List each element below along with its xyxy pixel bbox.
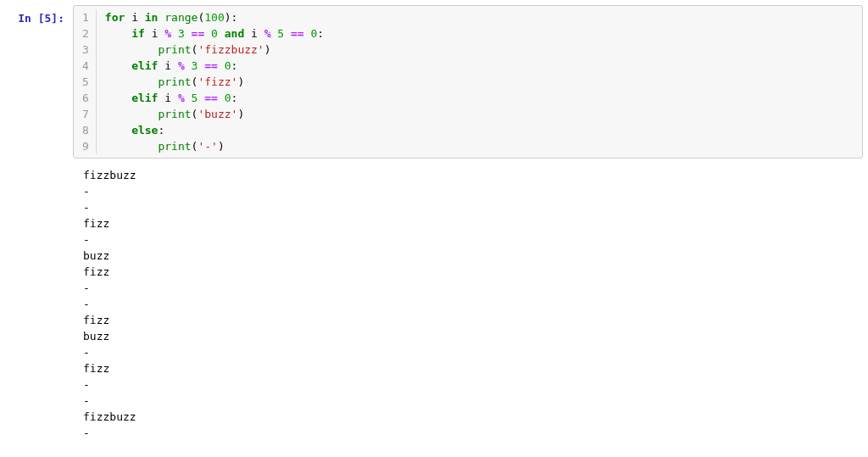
code-token: == [291, 27, 310, 40]
code-token: print [158, 108, 191, 120]
line-number: 4 [82, 58, 89, 74]
code-token: 'fizz' [198, 75, 237, 88]
code-line[interactable]: for i in range(100): [105, 9, 862, 25]
code-token: 5 [192, 92, 205, 104]
code-token: elif [131, 92, 164, 104]
code-token: i [164, 92, 178, 104]
line-number: 5 [82, 74, 89, 90]
code-token: and [225, 27, 251, 40]
code-token: 0 [225, 92, 231, 104]
code-line[interactable]: print('fizz') [105, 74, 862, 90]
code-token: == [204, 59, 224, 72]
code-token [105, 108, 159, 120]
code-token: % [178, 59, 192, 72]
output-prompt-spacer [5, 162, 78, 441]
code-token [105, 92, 131, 104]
code-line[interactable]: if i % 3 == 0 and i % 5 == 0: [105, 25, 862, 42]
code-token: % [178, 92, 192, 104]
code-token: print [158, 75, 191, 88]
code-token: 0 [225, 59, 231, 72]
code-token: i [152, 27, 165, 40]
input-cell-row: In [5]: 1 2 3 4 5 6 7 8 9 for i in range… [0, 0, 868, 159]
code-token: % [164, 27, 178, 40]
code-line[interactable]: else: [105, 122, 862, 138]
code-token: 'buzz' [198, 108, 237, 120]
code-token: : [158, 124, 164, 137]
code-token [105, 124, 131, 137]
line-number: 6 [82, 90, 89, 106]
stdout-output: fizzbuzz - - fizz - buzz fizz - - fizz b… [78, 162, 136, 441]
code-token: print [158, 140, 191, 153]
code-line[interactable]: print('-') [105, 138, 862, 154]
code-token [105, 59, 131, 72]
code-line[interactable]: print('buzz') [105, 106, 862, 122]
code-token: i [251, 27, 264, 40]
code-token: 100 [204, 11, 224, 24]
code-token [105, 27, 131, 40]
code-token: 3 [178, 27, 192, 40]
code-token: ) [237, 75, 244, 88]
code-token: : [231, 92, 238, 104]
code-token: for [105, 11, 131, 24]
line-number: 2 [82, 25, 89, 42]
code-token: i [164, 59, 178, 72]
code-token: elif [131, 59, 164, 72]
code-token: else [131, 124, 158, 137]
line-number-gutter: 1 2 3 4 5 6 7 8 9 [74, 9, 97, 154]
code-token: in [145, 11, 164, 24]
code-editor[interactable]: 1 2 3 4 5 6 7 8 9 for i in range(100): i… [73, 5, 863, 159]
line-number: 9 [82, 138, 89, 154]
code-token: 3 [192, 59, 205, 72]
code-token: i [131, 11, 145, 24]
code-token [105, 75, 159, 88]
output-cell-row: fizzbuzz - - fizz - buzz fizz - - fizz b… [0, 159, 868, 441]
code-token: 5 [277, 27, 291, 40]
line-number: 7 [82, 106, 89, 122]
code-token: print [158, 43, 191, 56]
code-token: : [231, 59, 238, 72]
code-token: ) [218, 140, 225, 153]
code-content[interactable]: for i in range(100): if i % 3 == 0 and i… [97, 9, 862, 154]
code-token: ): [225, 11, 238, 24]
code-token: == [204, 92, 224, 104]
code-token: % [264, 27, 278, 40]
code-token: range [164, 11, 198, 24]
code-line[interactable]: elif i % 3 == 0: [105, 58, 862, 74]
code-token [105, 140, 159, 153]
line-number: 1 [82, 9, 89, 25]
code-token: if [131, 27, 151, 40]
code-token: 0 [211, 27, 225, 40]
input-prompt-label: In [5]: [5, 5, 73, 159]
code-token: 'fizzbuzz' [198, 43, 264, 56]
code-line[interactable]: print('fizzbuzz') [105, 42, 862, 58]
code-line[interactable]: elif i % 5 == 0: [105, 90, 862, 106]
code-token [105, 43, 159, 56]
line-number: 8 [82, 122, 89, 138]
code-token: : [317, 27, 324, 40]
code-token: ) [264, 43, 271, 56]
line-number: 3 [82, 42, 89, 58]
code-token: ) [237, 108, 244, 120]
code-token: == [192, 27, 211, 40]
code-token: '-' [198, 140, 217, 153]
